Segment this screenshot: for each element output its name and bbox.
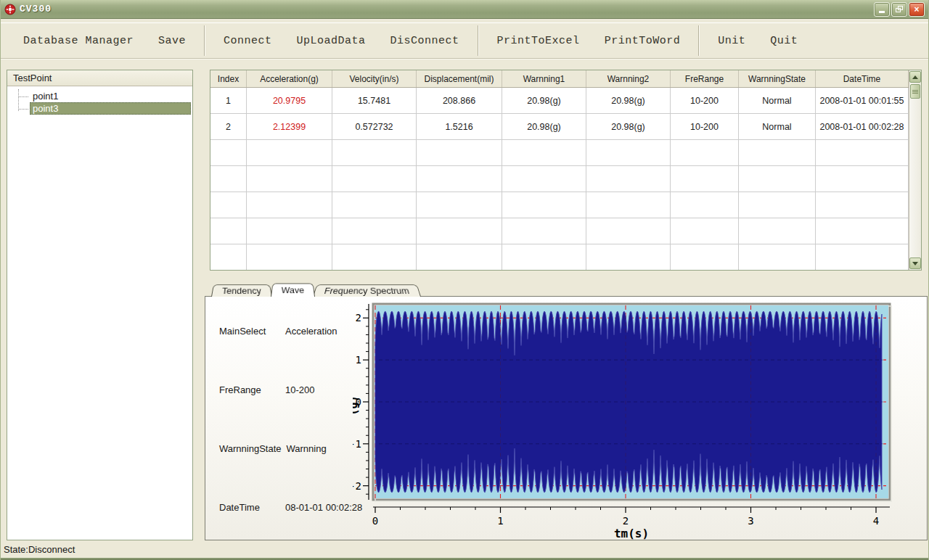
wave-chart-canvas: 210-1-2(g)01234tm(s) <box>353 298 906 540</box>
cell-empty <box>332 192 417 218</box>
toolbar-separator <box>204 25 205 56</box>
column-header-frerange: FreRange <box>671 70 739 87</box>
restore-button[interactable] <box>891 2 907 17</box>
cell-empty <box>739 244 816 270</box>
cell-acceleration-g: 20.9795 <box>247 88 332 113</box>
cell-empty <box>739 192 816 218</box>
info-row-warnningstate: WarnningStateWarnning <box>219 443 327 454</box>
column-header-warnning2: Warnning2 <box>586 70 671 87</box>
info-row-mainselect: MainSelectAcceleration <box>219 326 337 337</box>
table-row-1[interactable]: 120.979515.7481208.86620.98(g)20.98(g)10… <box>210 88 909 114</box>
cell-empty <box>671 218 739 244</box>
toolbar-button-unit[interactable]: Unit <box>705 23 758 58</box>
measurement-table: IndexAcceleration(g)Velocity(in/s)Displa… <box>210 70 922 271</box>
cell-empty <box>816 218 909 244</box>
cell-empty <box>210 244 247 270</box>
toolbar-button-printtoexcel[interactable]: PrintToExcel <box>485 23 592 58</box>
column-header-datetime: DateTime <box>816 70 909 87</box>
cell-warnningstate: Normal <box>739 88 816 113</box>
toolbar-separator <box>478 25 479 56</box>
toolbar: Database ManagerSaveConnectUpLoadDataDis… <box>1 22 928 59</box>
close-button[interactable]: × <box>909 2 925 17</box>
cell-empty <box>502 244 586 270</box>
cell-empty <box>210 140 247 165</box>
cell-warnning1: 20.98(g) <box>502 114 586 139</box>
table-row-empty[interactable] <box>210 166 909 192</box>
toolbar-button-uploaddata[interactable]: UpLoadData <box>285 23 378 58</box>
scroll-thumb[interactable] <box>910 84 920 99</box>
cell-empty <box>332 166 417 192</box>
table-row-empty[interactable] <box>210 192 909 218</box>
table-body: 120.979515.7481208.86620.98(g)20.98(g)10… <box>210 88 909 270</box>
info-value: 08-01-01 00:02:28 <box>285 502 362 513</box>
info-label: WarnningState <box>219 443 282 454</box>
cell-empty <box>332 218 417 244</box>
tree-item-point1[interactable]: point1 <box>30 90 191 102</box>
testpoint-panel: TestPoint point1point3 <box>7 70 193 540</box>
svg-text:1: 1 <box>497 515 503 527</box>
status-bar: State:Disconnect <box>1 542 928 557</box>
cell-displacement-mil: 208.866 <box>417 88 502 113</box>
svg-text:3: 3 <box>748 515 753 527</box>
tab-wave[interactable]: Wave <box>271 284 315 297</box>
cell-datetime: 2008-01-01 00:01:55 <box>816 88 909 113</box>
cell-empty <box>332 140 417 165</box>
cell-empty <box>671 140 739 165</box>
svg-text:2: 2 <box>623 515 629 527</box>
svg-text:1: 1 <box>356 354 361 366</box>
minimize-button[interactable] <box>874 2 890 17</box>
table-row-empty[interactable] <box>210 244 909 270</box>
cell-empty <box>417 140 502 165</box>
column-header-index: Index <box>210 70 247 87</box>
info-row-datetime: DateTime08-01-01 00:02:28 <box>219 502 362 513</box>
cell-empty <box>417 192 502 218</box>
info-row-frerange: FreRange10-200 <box>219 384 314 395</box>
cell-empty <box>739 166 816 192</box>
table-row-empty[interactable] <box>210 218 909 244</box>
svg-text:tm(s): tm(s) <box>614 527 649 540</box>
svg-text:-2: -2 <box>353 480 361 492</box>
scroll-track[interactable] <box>909 99 921 258</box>
table-row-empty[interactable] <box>210 140 909 166</box>
close-icon: × <box>914 4 919 15</box>
tab-tendency[interactable]: Tendency <box>211 284 272 297</box>
cell-empty <box>671 244 739 270</box>
info-value: Acceleration <box>285 326 337 337</box>
window-title: CV300 <box>20 4 52 15</box>
toolbar-button-disconnect[interactable]: DisConnect <box>378 23 472 58</box>
scroll-up-button[interactable] <box>909 71 921 83</box>
tab-frequency-spectrum[interactable]: Frequency Spectrum <box>313 284 421 297</box>
cell-empty <box>210 166 247 192</box>
cell-empty <box>586 192 671 218</box>
cell-index: 1 <box>210 88 247 113</box>
cell-empty <box>739 218 816 244</box>
toolbar-button-save[interactable]: Save <box>146 23 198 58</box>
table-row-2[interactable]: 22.123990.5727321.521620.98(g)20.98(g)10… <box>210 114 909 140</box>
table-scrollbar[interactable] <box>909 70 921 270</box>
cell-frerange: 10-200 <box>671 114 739 139</box>
cell-empty <box>816 140 909 165</box>
testpoint-tree: point1point3 <box>7 86 192 115</box>
cell-empty <box>502 218 586 244</box>
cell-displacement-mil: 1.5216 <box>417 114 502 139</box>
cell-empty <box>739 140 816 165</box>
table-header-row: IndexAcceleration(g)Velocity(in/s)Displa… <box>210 70 909 88</box>
arrow-down-icon <box>912 262 918 265</box>
cell-empty <box>247 192 332 218</box>
toolbar-button-quit[interactable]: Quit <box>758 23 810 58</box>
cell-empty <box>586 218 671 244</box>
bottom-tabs: TendencyWaveFrequency Spectrum <box>211 282 420 297</box>
restore-icon <box>896 6 903 12</box>
cell-warnningstate: Normal <box>739 114 816 139</box>
tree-item-point3[interactable]: point3 <box>30 102 191 115</box>
toolbar-button-connect[interactable]: Connect <box>211 23 285 58</box>
testpoint-header: TestPoint <box>7 70 192 86</box>
toolbar-button-printtoword[interactable]: PrintToWord <box>592 23 693 58</box>
cell-warnning1: 20.98(g) <box>502 88 586 113</box>
arrow-up-icon <box>912 75 918 79</box>
toolbar-button-database-manager[interactable]: Database Manager <box>11 23 146 58</box>
cell-empty <box>247 166 332 192</box>
status-text: State:Disconnect <box>4 544 75 555</box>
cell-acceleration-g: 2.12399 <box>247 114 332 139</box>
scroll-down-button[interactable] <box>909 258 921 269</box>
